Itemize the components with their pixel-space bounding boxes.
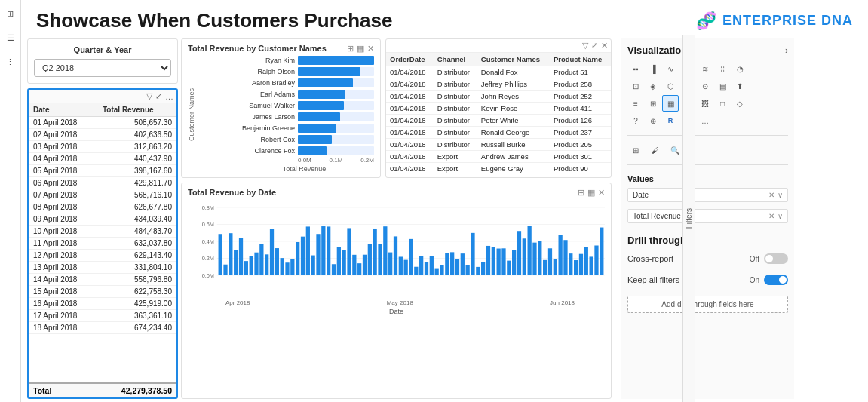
- grid-row[interactable]: 01/04/2018ExportAndrew JamesProduct 301: [386, 151, 611, 163]
- table-row[interactable]: 02 April 2018402,636.50: [29, 129, 176, 141]
- bar-row: Ralph Olson: [235, 67, 374, 76]
- viz-table-icon[interactable]: ⊞: [645, 95, 661, 112]
- chart-icon-1[interactable]: ⊞: [347, 44, 354, 54]
- table-row[interactable]: 03 April 2018312,863.20: [29, 141, 176, 153]
- grid-row[interactable]: 01/04/2018DistributorKevin RoseProduct 4…: [386, 103, 611, 115]
- viz-expand-icon[interactable]: ›: [785, 45, 788, 56]
- bar-track: [298, 78, 374, 87]
- svg-rect-43: [388, 253, 392, 275]
- viz-more-icon[interactable]: …: [697, 112, 713, 129]
- grid-row[interactable]: 01/04/2018ExportEugene GrayProduct 90: [386, 163, 611, 174]
- viz-scatter-icon[interactable]: ⁝⁝: [714, 60, 731, 77]
- viz-r-icon[interactable]: R: [662, 112, 679, 129]
- table-row[interactable]: 06 April 2018429,811.70: [29, 177, 176, 189]
- data-grid[interactable]: OrderDateChannelCustomer NamesProduct Na…: [386, 53, 611, 173]
- cell-date: 18 April 2018: [29, 322, 98, 334]
- table-row[interactable]: 05 April 2018398,167.60: [29, 165, 176, 177]
- viz-button-icon[interactable]: □: [714, 95, 731, 112]
- table-row[interactable]: 18 April 2018674,234.40: [29, 322, 176, 334]
- grid-row[interactable]: 01/04/2018DistributorJohn ReyesProduct 2…: [386, 91, 611, 103]
- middle-top: Total Revenue by Customer Names ⊞ ▦ ✕ Cu…: [181, 38, 612, 178]
- viz-line-icon[interactable]: ∿: [662, 60, 679, 77]
- table-row[interactable]: 16 April 2018425,919.00: [29, 298, 176, 310]
- grid-row[interactable]: 01/04/2018DistributorPeter WhiteProduct …: [386, 115, 611, 127]
- svg-rect-26: [301, 237, 305, 275]
- filter-icon[interactable]: ▽: [146, 91, 152, 101]
- field-date-v-icon[interactable]: ∨: [778, 191, 783, 199]
- svg-rect-34: [342, 250, 346, 275]
- chart-icon-3[interactable]: ✕: [367, 44, 374, 54]
- svg-rect-65: [501, 248, 505, 275]
- grid-row[interactable]: 01/04/2018DistributorDonald FoxProduct 5…: [386, 66, 611, 78]
- table-row[interactable]: 07 April 2018568,716.10: [29, 189, 176, 201]
- svg-rect-16: [250, 256, 253, 275]
- sidebar-icon-grid[interactable]: ⊞: [3, 6, 18, 21]
- viz-gauge-icon[interactable]: ⊙: [697, 78, 713, 94]
- rev-chart-icon-2[interactable]: ▦: [587, 188, 595, 198]
- sidebar-icon-menu[interactable]: ☰: [3, 30, 18, 45]
- viz-shape-icon[interactable]: ◇: [732, 95, 748, 112]
- more-icon[interactable]: …: [165, 92, 173, 101]
- quarter-select[interactable]: Q1 2018 Q2 2018 Q3 2018 Q4 2018: [34, 59, 171, 77]
- data-table[interactable]: Date Total Revenue 01 April 2018508,657.…: [29, 103, 176, 382]
- field-revenue-v-icon[interactable]: ∨: [778, 212, 783, 220]
- viz-matrix-icon[interactable]: ▦: [662, 95, 679, 112]
- viz-card-icon[interactable]: ▤: [714, 78, 731, 94]
- viz-qna-icon[interactable]: ?: [627, 112, 644, 129]
- table-row[interactable]: 08 April 2018626,677.80: [29, 201, 176, 213]
- bar-track: [298, 101, 374, 110]
- table-row[interactable]: 17 April 2018363,361.10: [29, 310, 176, 322]
- filters-tab[interactable]: Filters: [682, 35, 695, 402]
- viz-image-icon[interactable]: 🖼: [697, 95, 713, 112]
- cross-report-toggle[interactable]: [764, 253, 788, 264]
- grid-cell: Product 411: [550, 103, 611, 115]
- viz-map-icon[interactable]: ◈: [645, 78, 661, 94]
- grid-row[interactable]: 01/04/2018DistributorRussell BurkeProduc…: [386, 139, 611, 151]
- svg-rect-19: [265, 254, 268, 275]
- viz-treemap-icon[interactable]: ⊡: [627, 78, 644, 94]
- table-row[interactable]: 04 April 2018440,437.90: [29, 153, 176, 165]
- expand-icon[interactable]: ⤢: [155, 91, 162, 101]
- grid-toolbar-expand[interactable]: ⤢: [591, 41, 598, 51]
- keep-filters-toggle[interactable]: [764, 275, 788, 285]
- table-row[interactable]: 10 April 2018484,483.70: [29, 226, 176, 238]
- grid-row[interactable]: 01/04/2018DistributorJeffrey PhillipsPro…: [386, 78, 611, 91]
- svg-rect-27: [306, 226, 310, 275]
- svg-rect-10: [219, 234, 222, 275]
- table-row[interactable]: 01 April 2018508,657.30: [29, 117, 176, 129]
- table-row[interactable]: 09 April 2018434,039.40: [29, 213, 176, 226]
- rev-chart-icon-3[interactable]: ✕: [598, 188, 605, 198]
- viz-slicer-icon[interactable]: ≡: [627, 95, 644, 112]
- bar-row: Clarence Fox: [235, 146, 374, 155]
- revenue-svg: 0.8M0.6M0.4M0.2M0.0M: [188, 200, 605, 298]
- viz-pie-icon[interactable]: ◔: [732, 60, 748, 77]
- grid-cell: Product 252: [550, 91, 611, 103]
- viz-bar-icon[interactable]: ▐: [645, 60, 661, 77]
- bar-label: Robert Cox: [235, 136, 295, 143]
- grid-toolbar-close[interactable]: ✕: [601, 41, 608, 51]
- viz-stacked-bar-icon[interactable]: ▪▪: [627, 60, 644, 77]
- table-row[interactable]: 15 April 2018622,758.30: [29, 286, 176, 298]
- viz-fields-icon[interactable]: ⊞: [627, 142, 644, 158]
- table-row[interactable]: 11 April 2018632,037.80: [29, 238, 176, 250]
- viz-format-icon[interactable]: 🖌: [647, 142, 664, 158]
- viz-decomp-icon[interactable]: ⊕: [645, 112, 661, 129]
- rev-chart-icon-1[interactable]: ⊞: [578, 188, 584, 198]
- table-row[interactable]: 12 April 2018629,143.40: [29, 250, 176, 262]
- viz-shape-map-icon[interactable]: ⬡: [662, 78, 679, 94]
- grid-cell: Distributor: [434, 103, 477, 115]
- grid-toolbar-filter[interactable]: ▽: [582, 41, 588, 51]
- viz-analytics-icon[interactable]: 🔍: [667, 142, 683, 158]
- viz-panel: Visualizations › ▪▪ ▐ ∿ △ ≋ ⁝⁝ ◔ ⊡: [621, 38, 794, 399]
- grid-row[interactable]: 01/04/2018DistributorRonald GeorgeProduc…: [386, 127, 611, 139]
- field-revenue-x-icon[interactable]: ✕: [768, 212, 774, 220]
- viz-ribbon-icon[interactable]: ≋: [697, 60, 713, 77]
- field-date-x-icon[interactable]: ✕: [768, 191, 774, 199]
- viz-kpi-icon[interactable]: ⬆: [732, 78, 748, 94]
- sidebar-icon-more[interactable]: ⋮: [3, 54, 18, 69]
- table-row[interactable]: 13 April 2018331,804.10: [29, 262, 176, 274]
- table-row[interactable]: 14 April 2018556,796.80: [29, 274, 176, 286]
- add-drill-fields-button[interactable]: Add drill-through fields here: [627, 296, 788, 313]
- chart-icon-2[interactable]: ▦: [357, 44, 364, 54]
- bar-track: [298, 90, 374, 99]
